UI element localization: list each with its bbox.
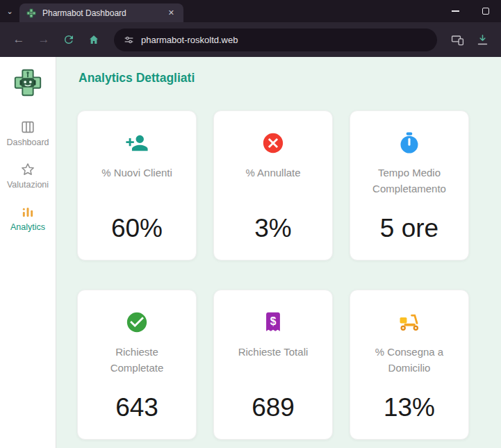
home-icon [88,33,100,46]
refresh-button[interactable] [58,29,79,50]
stat-card-tempo-medio: Tempo Medio Completamento 5 ore [350,110,469,260]
stat-value: 643 [115,393,158,422]
pharmabot-favicon-icon [26,8,37,19]
stat-card-nuovi-clienti: % Nuovi Clienti 60% [77,110,197,260]
stat-label: % Nuovi Clienti [101,165,172,181]
browser-toolbar: ← → pharmabot-roskoltd.web [0,22,501,57]
main-content: Analytics Dettagliati % Nuovi Clienti 60… [56,57,501,448]
downloads-button[interactable] [472,29,493,50]
stat-card-consegna-domicilio: % Consegna a Domicilio 13% [350,290,469,440]
sidebar-item-label: Analytics [10,223,45,233]
svg-text:$: $ [270,315,277,327]
receipt-dollar-icon: $ [261,310,285,335]
tab-title: Pharmabot Dashboard [42,8,160,18]
browser-tab[interactable]: Pharmabot Dashboard ✕ [19,3,183,22]
stat-value: 13% [384,393,435,422]
download-icon [476,33,489,47]
timer-icon [397,131,421,156]
check-circle-icon [125,310,149,335]
stat-value: 5 ore [380,214,438,243]
sidebar-item-label: Dashboard [6,138,49,148]
stat-label: % Annullate [245,165,300,181]
cancel-icon [261,131,285,156]
stat-value: 60% [111,214,163,243]
star-icon [20,162,35,177]
address-bar[interactable]: pharmabot-roskoltd.web [114,28,437,51]
app-body: Dashboard Valutazioni Analytics [0,57,501,448]
send-to-device-button[interactable] [447,29,468,50]
stat-value: 689 [252,393,295,422]
scooter-icon [397,310,421,335]
stat-label: Tempo Medio Completamento [372,165,446,197]
devices-icon [451,33,464,47]
home-button[interactable] [83,29,104,50]
sidebar-item-dashboard[interactable]: Dashboard [6,119,49,148]
stat-label: Richieste Completate [100,345,174,376]
forward-button[interactable]: → [33,29,54,50]
sidebar-item-label: Valutazioni [7,181,49,190]
stat-card-annullate: % Annullate 3% [213,110,333,260]
refresh-icon [63,33,75,46]
stat-card-richieste-completate: Richieste Completate 643 [77,290,197,440]
stat-value: 3% [254,214,291,243]
sidebar-item-analytics[interactable]: Analytics [10,204,45,233]
analytics-bar-chart-icon [20,204,35,219]
dashboard-icon [20,119,35,135]
person-add-icon [125,131,149,156]
stat-label: Richieste Totali [238,345,309,360]
sidebar-item-valutazioni[interactable]: Valutazioni [7,162,49,190]
url-text: pharmabot-roskoltd.web [141,35,238,45]
tab-close-icon[interactable]: ✕ [165,7,177,19]
window-controls [440,0,501,22]
tab-search-chevron-button[interactable]: ⌄ [0,0,19,22]
back-button[interactable]: ← [8,29,29,50]
browser-window: ⌄ Pharmabot Dashboard ✕ ← → [0,0,501,448]
stat-card-richieste-totali: $ Richieste Totali 689 [213,290,333,440]
pharmabot-logo [12,67,44,99]
minimize-button[interactable] [440,0,470,22]
site-settings-icon [124,35,134,45]
maximize-button[interactable] [470,0,501,22]
tab-strip: ⌄ Pharmabot Dashboard ✕ [0,0,501,22]
sidebar: Dashboard Valutazioni Analytics [0,57,56,448]
stat-label: % Consegna a Domicilio [372,345,446,376]
page-title: Analytics Dettagliati [79,71,501,85]
stats-grid: % Nuovi Clienti 60% % Annullate 3% [77,110,501,440]
